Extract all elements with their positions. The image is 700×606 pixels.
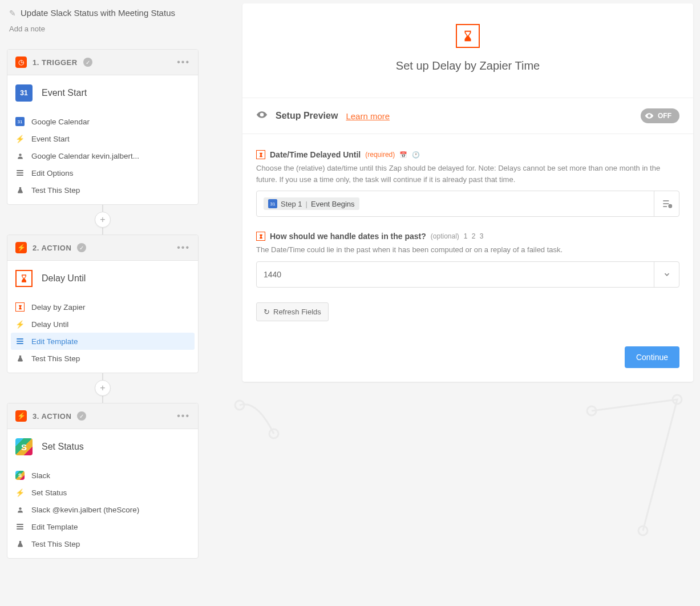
step-item-app[interactable]: 31Google Calendar <box>7 113 198 130</box>
flask-icon <box>15 354 25 363</box>
add-step-button[interactable]: + <box>95 212 111 228</box>
number-hint-icon: 1 2 3 <box>464 232 485 240</box>
bolt-icon: ⚡ <box>15 242 27 253</box>
field-help-text: Choose the (relative) date/time until th… <box>256 163 679 185</box>
step-header[interactable]: ◷ 1. TRIGGER ✓ ••• <box>7 50 198 75</box>
step-item-edit-options[interactable]: Edit Options <box>7 164 198 181</box>
bolt-icon: ⚡ <box>15 410 27 422</box>
step-item-test[interactable]: Test This Step <box>7 350 198 367</box>
step-item-app[interactable]: Delay by Zapier <box>7 298 198 316</box>
field-help-text: The Date/Time could lie in the past when… <box>256 244 679 256</box>
step-item-event[interactable]: ⚡Event Start <box>7 130 198 147</box>
refresh-icon: ↻ <box>264 308 270 316</box>
clock-icon: 🕐 <box>412 151 420 159</box>
step-item-test[interactable]: Test This Step <box>7 181 198 199</box>
background-decoration <box>222 388 291 456</box>
slack-icon: S <box>15 438 33 455</box>
step-item-label: Delay by Zapier <box>31 303 86 312</box>
pill-value: Event Begins <box>311 200 355 208</box>
background-decoration <box>580 388 694 605</box>
panel-title: Set up Delay by Zapier Time <box>254 59 682 72</box>
zap-title[interactable]: Update Slack Status with Meeting Status <box>21 8 175 18</box>
list-icon <box>15 168 25 177</box>
field-label: Date/Time Delayed Until <box>270 150 361 159</box>
step-header[interactable]: ⚡ 3. ACTION ✓ ••• <box>7 403 198 429</box>
slack-icon: S <box>15 471 25 480</box>
google-calendar-icon: 31 <box>268 199 277 208</box>
continue-button[interactable]: Continue <box>625 346 679 368</box>
svg-point-5 <box>19 153 21 156</box>
optional-badge: (optional) <box>431 232 459 240</box>
add-note-link[interactable]: Add a note <box>7 22 199 35</box>
step-menu-icon[interactable]: ••• <box>177 57 190 67</box>
chevron-down-icon[interactable] <box>654 262 679 287</box>
main-panel: Set up Delay by Zapier Time Setup Previe… <box>242 3 693 382</box>
svg-point-2 <box>587 406 596 415</box>
list-icon <box>15 522 25 531</box>
delay-icon <box>256 150 265 159</box>
required-badge: (required) <box>365 151 395 159</box>
user-icon <box>15 151 25 160</box>
step-item-test[interactable]: Test This Step <box>7 535 198 552</box>
bolt-icon: ⚡ <box>15 320 25 329</box>
check-icon: ✓ <box>77 243 86 252</box>
check-icon: ✓ <box>83 58 92 67</box>
step-item-label: Slack @kevin.jalbert (theScore) <box>31 506 139 514</box>
step-item-event[interactable]: ⚡Delay Until <box>7 316 198 333</box>
flask-icon <box>15 539 25 548</box>
step-item-label: Slack <box>31 471 50 480</box>
check-icon: ✓ <box>77 411 86 421</box>
step-menu-icon[interactable]: ••• <box>177 243 190 253</box>
calendar-icon: 📅 <box>399 151 407 159</box>
step-title: Event Start <box>42 88 87 98</box>
svg-point-3 <box>673 395 682 404</box>
svg-point-4 <box>638 526 648 535</box>
step-card-trigger: ◷ 1. TRIGGER ✓ ••• 31 Event Start 31Goog… <box>7 49 199 205</box>
user-icon <box>15 505 25 514</box>
field-label: How should we handle dates in the past? <box>270 232 426 241</box>
step-header[interactable]: ⚡ 2. ACTION ✓ ••• <box>7 235 198 261</box>
eye-icon <box>256 109 268 123</box>
refresh-fields-button[interactable]: ↻ Refresh Fields <box>256 302 329 321</box>
step-item-account[interactable]: Google Calendar kevin.jalbert... <box>7 147 198 164</box>
svg-point-0 <box>235 401 244 410</box>
step-card-delay: ⚡ 2. ACTION ✓ ••• Delay Until Delay by Z… <box>7 235 199 373</box>
refresh-label: Refresh Fields <box>273 308 321 316</box>
step-item-label: Test This Step <box>31 540 80 548</box>
step-item-account[interactable]: Slack @kevin.jalbert (theScore) <box>7 501 198 518</box>
step-item-label: Delay Until <box>31 320 68 329</box>
delay-icon <box>256 232 265 241</box>
preview-toggle[interactable]: OFF <box>641 108 679 123</box>
datetime-input[interactable]: 31 Step 1 | Event Begins <box>256 191 679 217</box>
step-item-label: Test This Step <box>31 186 80 195</box>
delay-icon <box>15 270 33 287</box>
select-value: 1440 <box>264 270 281 279</box>
step-item-label: Event Start <box>31 135 70 143</box>
step-menu-icon[interactable]: ••• <box>177 411 190 421</box>
past-dates-select[interactable]: 1440 <box>256 261 679 288</box>
google-calendar-icon: 31 <box>15 117 25 126</box>
insert-field-button[interactable] <box>654 191 679 216</box>
learn-more-link[interactable]: Learn more <box>346 111 390 121</box>
flask-icon <box>15 185 25 195</box>
bolt-icon: ⚡ <box>15 134 25 143</box>
pencil-icon[interactable]: ✎ <box>9 9 16 18</box>
step-item-app[interactable]: SSlack <box>7 467 198 484</box>
setup-preview-label: Setup Preview <box>276 111 338 121</box>
step-item-event[interactable]: ⚡Set Status <box>7 484 198 501</box>
field-value-pill[interactable]: 31 Step 1 | Event Begins <box>264 197 359 210</box>
step-item-edit-template[interactable]: Edit Template <box>11 333 195 350</box>
toggle-label: OFF <box>658 112 671 120</box>
add-step-button[interactable]: + <box>95 380 111 396</box>
step-item-label: Google Calendar kevin.jalbert... <box>31 152 139 160</box>
step-item-edit-template[interactable]: Edit Template <box>7 518 198 535</box>
step-item-label: Test This Step <box>31 354 80 363</box>
step-title: Set Status <box>42 442 84 452</box>
clock-icon: ◷ <box>15 56 27 68</box>
svg-point-1 <box>269 429 278 438</box>
svg-point-6 <box>19 507 21 510</box>
step-kind-label: 1. TRIGGER <box>33 58 78 67</box>
step-item-label: Google Calendar <box>31 118 90 126</box>
step-card-slack: ⚡ 3. ACTION ✓ ••• S Set Status SSlack ⚡S… <box>7 403 199 559</box>
step-item-label: Edit Options <box>31 169 74 177</box>
